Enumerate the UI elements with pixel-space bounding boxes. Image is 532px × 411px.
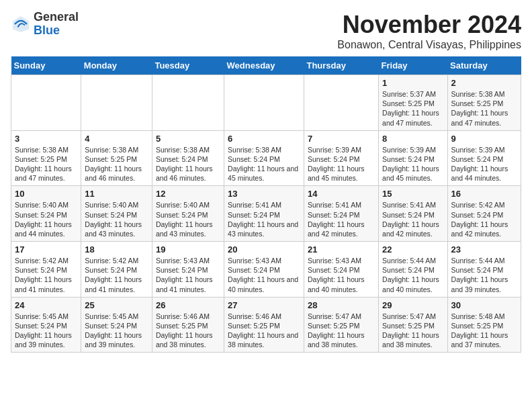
day-info: Sunrise: 5:42 AMSunset: 5:24 PMDaylight:…: [15, 256, 77, 294]
calendar-cell: 19Sunrise: 5:43 AMSunset: 5:24 PMDayligh…: [152, 242, 224, 298]
day-info: Sunrise: 5:42 AMSunset: 5:24 PMDaylight:…: [85, 256, 148, 294]
calendar-cell: 23Sunrise: 5:44 AMSunset: 5:24 PMDayligh…: [447, 242, 521, 298]
day-number: 11: [85, 189, 148, 199]
calendar-week-3: 17Sunrise: 5:42 AMSunset: 5:24 PMDayligh…: [11, 242, 521, 298]
calendar-cell: 13Sunrise: 5:41 AMSunset: 5:24 PMDayligh…: [224, 186, 304, 242]
calendar-cell: 30Sunrise: 5:48 AMSunset: 5:25 PMDayligh…: [447, 297, 521, 353]
calendar-cell: 8Sunrise: 5:39 AMSunset: 5:24 PMDaylight…: [379, 130, 448, 186]
logo-text: General Blue: [34, 11, 79, 38]
day-info: Sunrise: 5:44 AMSunset: 5:24 PMDaylight:…: [382, 256, 444, 294]
day-info: Sunrise: 5:46 AMSunset: 5:25 PMDaylight:…: [228, 312, 300, 350]
day-info: Sunrise: 5:39 AMSunset: 5:24 PMDaylight:…: [308, 145, 375, 183]
weekday-header-wednesday: Wednesday: [224, 56, 304, 75]
day-info: Sunrise: 5:41 AMSunset: 5:24 PMDaylight:…: [308, 200, 375, 238]
calendar-cell: 11Sunrise: 5:40 AMSunset: 5:24 PMDayligh…: [81, 186, 152, 242]
day-info: Sunrise: 5:41 AMSunset: 5:24 PMDaylight:…: [382, 200, 444, 238]
calendar-cell: [11, 75, 81, 131]
calendar-cell: 7Sunrise: 5:39 AMSunset: 5:24 PMDaylight…: [304, 130, 378, 186]
day-info: Sunrise: 5:43 AMSunset: 5:24 PMDaylight:…: [156, 256, 220, 294]
day-info: Sunrise: 5:38 AMSunset: 5:24 PMDaylight:…: [156, 145, 220, 183]
day-info: Sunrise: 5:45 AMSunset: 5:24 PMDaylight:…: [85, 312, 148, 350]
day-number: 5: [156, 134, 220, 144]
calendar-cell: 26Sunrise: 5:46 AMSunset: 5:25 PMDayligh…: [152, 297, 224, 353]
weekday-header-saturday: Saturday: [447, 56, 521, 75]
day-number: 10: [15, 189, 77, 199]
day-info: Sunrise: 5:47 AMSunset: 5:25 PMDaylight:…: [382, 312, 444, 350]
weekday-header-sunday: Sunday: [11, 56, 81, 75]
calendar-week-2: 10Sunrise: 5:40 AMSunset: 5:24 PMDayligh…: [11, 186, 521, 242]
day-info: Sunrise: 5:40 AMSunset: 5:24 PMDaylight:…: [85, 200, 148, 238]
calendar-cell: [81, 75, 152, 131]
calendar-cell: 21Sunrise: 5:43 AMSunset: 5:24 PMDayligh…: [304, 242, 378, 298]
calendar-cell: 28Sunrise: 5:47 AMSunset: 5:25 PMDayligh…: [304, 297, 378, 353]
calendar-cell: 14Sunrise: 5:41 AMSunset: 5:24 PMDayligh…: [304, 186, 378, 242]
calendar-cell: 22Sunrise: 5:44 AMSunset: 5:24 PMDayligh…: [379, 242, 448, 298]
day-number: 9: [451, 134, 517, 144]
calendar-cell: 18Sunrise: 5:42 AMSunset: 5:24 PMDayligh…: [81, 242, 152, 298]
calendar-cell: 15Sunrise: 5:41 AMSunset: 5:24 PMDayligh…: [379, 186, 448, 242]
day-number: 24: [15, 300, 77, 310]
calendar-header: SundayMondayTuesdayWednesdayThursdayFrid…: [11, 56, 521, 75]
day-number: 23: [451, 244, 517, 255]
day-info: Sunrise: 5:42 AMSunset: 5:24 PMDaylight:…: [451, 200, 517, 238]
day-info: Sunrise: 5:39 AMSunset: 5:24 PMDaylight:…: [382, 145, 444, 183]
calendar-cell: [304, 75, 378, 131]
calendar-cell: 16Sunrise: 5:42 AMSunset: 5:24 PMDayligh…: [447, 186, 521, 242]
day-number: 19: [156, 244, 220, 255]
day-number: 12: [156, 189, 220, 199]
calendar-cell: [152, 75, 224, 131]
day-number: 28: [308, 300, 375, 310]
day-number: 16: [451, 189, 517, 199]
day-number: 7: [308, 134, 375, 144]
logo-icon: [11, 14, 31, 34]
weekday-header-row: SundayMondayTuesdayWednesdayThursdayFrid…: [11, 56, 521, 75]
calendar-cell: 27Sunrise: 5:46 AMSunset: 5:25 PMDayligh…: [224, 297, 304, 353]
day-number: 27: [228, 300, 300, 310]
calendar-cell: 24Sunrise: 5:45 AMSunset: 5:24 PMDayligh…: [11, 297, 81, 353]
calendar-cell: 1Sunrise: 5:37 AMSunset: 5:25 PMDaylight…: [379, 75, 448, 131]
day-info: Sunrise: 5:40 AMSunset: 5:24 PMDaylight:…: [15, 200, 77, 238]
day-number: 17: [15, 244, 77, 255]
day-info: Sunrise: 5:38 AMSunset: 5:25 PMDaylight:…: [85, 145, 148, 183]
day-number: 2: [451, 78, 517, 88]
calendar-cell: 20Sunrise: 5:43 AMSunset: 5:24 PMDayligh…: [224, 242, 304, 298]
calendar-cell: 4Sunrise: 5:38 AMSunset: 5:25 PMDaylight…: [81, 130, 152, 186]
day-info: Sunrise: 5:37 AMSunset: 5:25 PMDaylight:…: [382, 89, 444, 128]
calendar-cell: 25Sunrise: 5:45 AMSunset: 5:24 PMDayligh…: [81, 297, 152, 353]
day-info: Sunrise: 5:40 AMSunset: 5:24 PMDaylight:…: [156, 200, 220, 238]
weekday-header-friday: Friday: [379, 56, 448, 75]
calendar-week-1: 3Sunrise: 5:38 AMSunset: 5:25 PMDaylight…: [11, 130, 521, 186]
calendar-body: 1Sunrise: 5:37 AMSunset: 5:25 PMDaylight…: [11, 75, 521, 353]
day-number: 21: [308, 244, 375, 255]
day-info: Sunrise: 5:44 AMSunset: 5:24 PMDaylight:…: [451, 256, 517, 294]
day-number: 26: [156, 300, 220, 310]
day-info: Sunrise: 5:45 AMSunset: 5:24 PMDaylight:…: [15, 312, 77, 350]
weekday-header-thursday: Thursday: [304, 56, 378, 75]
calendar-cell: 9Sunrise: 5:39 AMSunset: 5:24 PMDaylight…: [447, 130, 521, 186]
day-number: 20: [228, 244, 300, 255]
day-number: 13: [228, 189, 300, 199]
day-info: Sunrise: 5:46 AMSunset: 5:25 PMDaylight:…: [156, 312, 220, 350]
day-number: 1: [382, 78, 444, 88]
day-number: 18: [85, 244, 148, 255]
header: General Blue November 2024 Bonawon, Cent…: [11, 11, 521, 51]
location-title: Bonawon, Central Visayas, Philippines: [337, 39, 521, 51]
calendar-cell: [224, 75, 304, 131]
day-info: Sunrise: 5:43 AMSunset: 5:24 PMDaylight:…: [228, 256, 300, 294]
day-number: 29: [382, 300, 444, 310]
day-info: Sunrise: 5:39 AMSunset: 5:24 PMDaylight:…: [451, 145, 517, 183]
title-area: November 2024 Bonawon, Central Visayas, …: [337, 11, 521, 51]
weekday-header-tuesday: Tuesday: [152, 56, 224, 75]
day-number: 4: [85, 134, 148, 144]
day-number: 3: [15, 134, 77, 144]
calendar-table: SundayMondayTuesdayWednesdayThursdayFrid…: [11, 56, 521, 353]
day-info: Sunrise: 5:43 AMSunset: 5:24 PMDaylight:…: [308, 256, 375, 294]
day-info: Sunrise: 5:38 AMSunset: 5:25 PMDaylight:…: [15, 145, 77, 183]
weekday-header-monday: Monday: [81, 56, 152, 75]
calendar-cell: 3Sunrise: 5:38 AMSunset: 5:25 PMDaylight…: [11, 130, 81, 186]
day-number: 30: [451, 300, 517, 310]
calendar-cell: 29Sunrise: 5:47 AMSunset: 5:25 PMDayligh…: [379, 297, 448, 353]
calendar-cell: 2Sunrise: 5:38 AMSunset: 5:25 PMDaylight…: [447, 75, 521, 131]
calendar-cell: 5Sunrise: 5:38 AMSunset: 5:24 PMDaylight…: [152, 130, 224, 186]
calendar-week-0: 1Sunrise: 5:37 AMSunset: 5:25 PMDaylight…: [11, 75, 521, 131]
